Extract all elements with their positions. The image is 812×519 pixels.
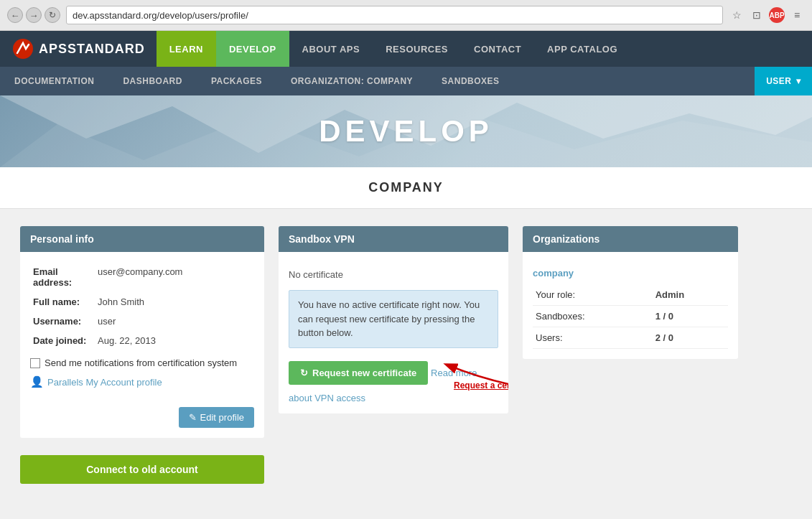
organizations-header: Organizations: [523, 226, 738, 252]
field-value-fullname: John Smith: [95, 292, 254, 312]
table-row: Username: user: [30, 312, 254, 331]
table-row: Email address: user@company.com: [30, 262, 254, 292]
table-row: Your role: Admin: [533, 284, 728, 306]
browser-chrome: ← → ↻ ☆ ⊡ ABP ≡: [0, 0, 812, 31]
logo-icon: [11, 37, 34, 60]
personal-info-footer: ✎ Edit profile: [20, 398, 264, 438]
browser-icons: ☆ ⊡ ABP ≡: [729, 7, 805, 23]
field-label-email: Email address:: [30, 262, 95, 292]
personal-info-card: Personal info Email address: user@compan…: [20, 226, 264, 438]
field-label-username: Username:: [30, 312, 95, 331]
subnav-dashboard[interactable]: DASHBOARD: [108, 67, 197, 95]
abp-badge[interactable]: ABP: [769, 7, 785, 23]
person-icon: 👤: [30, 375, 44, 388]
org-field-value-users: 2 / 0: [653, 327, 728, 349]
back-button[interactable]: ←: [7, 7, 23, 23]
notification-checkbox[interactable]: [30, 358, 40, 368]
field-value-username: user: [95, 312, 254, 331]
subnav-sandboxes[interactable]: SANDBOXES: [427, 67, 514, 95]
no-certificate-text: No certificate: [289, 262, 498, 284]
org-field-label-role: Your role:: [533, 284, 653, 306]
table-row: Full name: John Smith: [30, 292, 254, 312]
nav-link-appcatalog[interactable]: App Catalog: [534, 31, 630, 67]
hero-banner: DEVELOP: [0, 95, 812, 167]
org-field-label-sandboxes: Sandboxes:: [533, 306, 653, 327]
left-column: Personal info Email address: user@compan…: [20, 226, 264, 484]
nav-links: LEARN DEVELOP About APS Resources Contac…: [157, 31, 812, 67]
organizations-card: Organizations company Your role: Admin S…: [523, 226, 738, 359]
field-value-email: user@company.com: [95, 262, 254, 292]
sandbox-vpn-header: Sandbox VPN: [279, 226, 508, 252]
field-value-date-joined: Aug. 22, 2013: [95, 331, 254, 350]
connect-old-account-button[interactable]: Connect to old account: [20, 455, 264, 484]
nav-link-about[interactable]: About APS: [289, 31, 373, 67]
organizations-body: company Your role: Admin Sandboxes: 1 / …: [523, 252, 738, 359]
org-field-label-users: Users:: [533, 327, 653, 349]
forward-button[interactable]: →: [26, 7, 42, 23]
refresh-icon: ↻: [300, 368, 308, 378]
arrow-annotation: Request a certificate for VPN connection: [439, 350, 508, 396]
edit-profile-button[interactable]: ✎ Edit profile: [179, 407, 254, 428]
top-nav: APSSTANDARD LEARN DEVELOP About APS Reso…: [0, 31, 812, 67]
annotation-text: Request a certificate for VPN connection: [454, 380, 508, 391]
info-table: Email address: user@company.com Full nam…: [30, 262, 254, 350]
vpn-info-box: You have no active certificate right now…: [289, 290, 498, 348]
personal-info-body: Email address: user@company.com Full nam…: [20, 252, 264, 398]
subnav-documentation[interactable]: DOCUMENTATION: [0, 67, 108, 95]
table-row: Sandboxes: 1 / 0: [533, 306, 728, 327]
refresh-button[interactable]: ↻: [45, 7, 60, 23]
bookmark-icon[interactable]: ☆: [729, 7, 745, 23]
menu-icon[interactable]: ≡: [789, 7, 805, 23]
notification-row: Send me notifications from certification…: [30, 357, 254, 368]
nav-link-learn[interactable]: LEARN: [157, 31, 216, 67]
hero-title: DEVELOP: [319, 114, 493, 149]
nav-link-contact[interactable]: Contact: [461, 31, 534, 67]
table-row: Date joined: Aug. 22, 2013: [30, 331, 254, 350]
personal-info-header: Personal info: [20, 226, 264, 252]
field-label-fullname: Full name:: [30, 292, 95, 312]
main-content: Personal info Email address: user@compan…: [0, 209, 812, 501]
sub-nav: DOCUMENTATION DASHBOARD PACKAGES ORGANIZ…: [0, 67, 812, 95]
sandbox-vpn-card: Sandbox VPN No certificate You have no a…: [279, 226, 508, 413]
page-title: COMPANY: [13, 180, 799, 195]
parallels-profile-link[interactable]: 👤 Parallels My Account profile: [30, 375, 254, 388]
logo-text: APSSTANDARD: [39, 42, 145, 57]
org-table: Your role: Admin Sandboxes: 1 / 0 Users:…: [533, 284, 728, 349]
request-certificate-button[interactable]: ↻ Request new certificate: [289, 361, 428, 385]
org-field-value-sandboxes: 1 / 0: [653, 306, 728, 327]
subnav-packages[interactable]: PACKAGES: [197, 67, 276, 95]
browser-nav-buttons: ← → ↻: [7, 7, 60, 23]
notification-label: Send me notifications from certification…: [45, 357, 237, 368]
organization-name[interactable]: company: [533, 262, 728, 281]
extension-icon[interactable]: ⊡: [749, 7, 765, 23]
table-row: Users: 2 / 0: [533, 327, 728, 349]
field-label-date-joined: Date joined:: [30, 331, 95, 350]
annotation-container: ↻ Request new certificate Request a cert…: [289, 354, 428, 392]
profile-link-text: Parallels My Account profile: [47, 377, 162, 388]
pencil-icon: ✎: [189, 412, 197, 423]
org-field-value-role: Admin: [653, 284, 728, 306]
logo-area: APSSTANDARD: [0, 37, 157, 60]
nav-link-develop[interactable]: DEVELOP: [216, 31, 289, 67]
page-title-area: COMPANY: [0, 167, 812, 209]
sandbox-vpn-body: No certificate You have no active certif…: [279, 252, 508, 413]
user-button[interactable]: USER ▾: [755, 67, 812, 95]
subnav-organization[interactable]: ORGANIZATION: COMPANY: [276, 67, 427, 95]
address-bar[interactable]: [66, 6, 723, 24]
nav-link-resources[interactable]: Resources: [373, 31, 461, 67]
